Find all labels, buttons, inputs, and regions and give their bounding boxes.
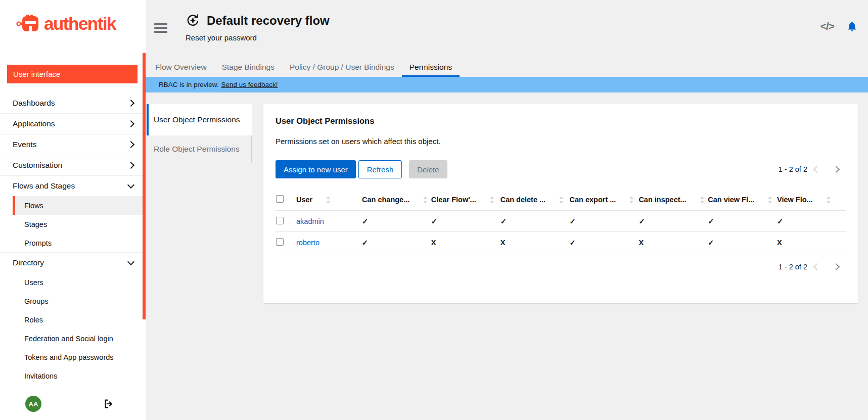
- permission-value: ✓: [777, 217, 783, 225]
- main-area: Default recovery flow Reset your passwor…: [146, 0, 868, 420]
- permission-value: X: [777, 239, 782, 247]
- sort-icon[interactable]: [476, 196, 494, 204]
- permission-cell: ✓: [361, 232, 431, 253]
- column-header-can-export[interactable]: Can export ...: [569, 189, 638, 211]
- authentik-logo-icon: [16, 13, 39, 34]
- menu-toggle-icon[interactable]: [154, 23, 167, 57]
- sidebar-item-prompts[interactable]: Prompts: [13, 234, 146, 252]
- select-all-checkbox[interactable]: [276, 195, 284, 203]
- header-icons: </>: [820, 20, 858, 32]
- sort-icon[interactable]: [616, 196, 633, 204]
- sidebar-scrollbar[interactable]: [143, 53, 146, 319]
- avatar[interactable]: AA: [25, 396, 41, 412]
- vertical-tabs: User Object PermissionsRole Object Permi…: [147, 104, 252, 163]
- table-header-row: UserCan change...Clear Flow'...Can delet…: [276, 189, 846, 211]
- sidebar-nav: DashboardsApplicationsEventsCustomisatio…: [0, 93, 146, 385]
- sidebar-item-directory[interactable]: Directory: [0, 253, 146, 273]
- card-description: Permissions set on users which affect th…: [276, 137, 846, 146]
- user-link[interactable]: akadmin: [296, 217, 324, 225]
- sidebar-item-flows-and-stages[interactable]: Flows and Stages: [0, 176, 146, 196]
- column-header-can-delete[interactable]: Can delete ...: [500, 189, 569, 211]
- column-label: Clear Flow'...: [431, 196, 476, 204]
- delete-button[interactable]: Delete: [409, 160, 447, 178]
- permission-cell: ✓: [361, 211, 431, 232]
- prev-page-icon[interactable]: [807, 162, 827, 176]
- sidebar-item-roles[interactable]: Roles: [13, 310, 146, 329]
- sort-icon[interactable]: [687, 196, 704, 204]
- refresh-button[interactable]: Refresh: [358, 160, 402, 178]
- sidebar-item-dashboards[interactable]: Dashboards: [0, 93, 146, 113]
- tab-stage-bindings[interactable]: Stage Bindings: [214, 57, 282, 77]
- page-title: Default recovery flow: [207, 14, 330, 28]
- sort-icon[interactable]: [545, 196, 563, 204]
- next-page-icon[interactable]: [827, 260, 846, 274]
- logout-icon[interactable]: [103, 398, 114, 409]
- sidebar-item-stages[interactable]: Stages: [13, 215, 146, 234]
- tab-permissions[interactable]: Permissions: [402, 57, 460, 77]
- sidebar-item-invitations[interactable]: Invitations: [13, 366, 146, 385]
- column-header-can-change[interactable]: Can change...: [361, 189, 431, 211]
- chevron-right-icon: [127, 141, 134, 148]
- tab-bar: Flow OverviewStage BindingsPolicy / Grou…: [146, 57, 868, 77]
- tab-policy-group-user-bindings[interactable]: Policy / Group / User Bindings: [282, 57, 402, 77]
- sidebar-item-federation-and-social-login[interactable]: Federation and Social login: [13, 329, 146, 348]
- permission-cell: ✓: [707, 232, 776, 253]
- side-tab-role-object-permissions[interactable]: Role Object Permissions: [147, 135, 252, 163]
- column-header-clear-flow[interactable]: Clear Flow'...: [431, 189, 500, 211]
- sort-icon[interactable]: [813, 196, 831, 204]
- permission-value: ✓: [708, 217, 714, 225]
- user-cell: akadmin: [296, 211, 361, 232]
- permission-cell: ✓: [707, 211, 776, 232]
- sidebar-item-flows[interactable]: Flows: [13, 196, 146, 215]
- api-code-icon[interactable]: </>: [820, 20, 834, 32]
- preview-banner: RBAC is in preview. Send us feedback!: [146, 77, 868, 92]
- tab-flow-overview[interactable]: Flow Overview: [148, 57, 214, 77]
- user-cell: roberto: [296, 232, 361, 253]
- sidebar-item-applications[interactable]: Applications: [0, 114, 146, 134]
- row-checkbox[interactable]: [276, 238, 284, 246]
- column-header-view-flo[interactable]: View Flo...: [776, 189, 846, 211]
- page-header: Default recovery flow Reset your passwor…: [146, 0, 868, 57]
- sidebar-item-events[interactable]: Events: [0, 134, 146, 155]
- permission-cell: X: [638, 232, 707, 253]
- permission-value: ✓: [570, 239, 576, 247]
- assign-to-new-user-button[interactable]: Assign to new user: [276, 160, 356, 178]
- sort-icon[interactable]: [409, 196, 427, 204]
- column-label: Can inspect...: [638, 196, 686, 204]
- sidebar-item-customisation[interactable]: Customisation: [0, 155, 146, 175]
- column-header-can-view-fl[interactable]: Can view Fl...: [707, 189, 776, 211]
- user-link[interactable]: roberto: [296, 239, 319, 247]
- row-checkbox[interactable]: [276, 217, 284, 224]
- sidebar-item-label: Applications: [13, 119, 55, 128]
- pagination-top: 1 - 2 of 2: [779, 162, 846, 176]
- sidebar-item-tokens-and-app-passwords[interactable]: Tokens and App passwords: [13, 348, 146, 366]
- next-page-icon[interactable]: [827, 162, 846, 176]
- sidebar-item-label: Events: [13, 140, 36, 149]
- column-header-user[interactable]: User: [296, 189, 361, 211]
- sidebar-item-users[interactable]: Users: [13, 273, 146, 292]
- side-tab-user-object-permissions[interactable]: User Object Permissions: [147, 104, 252, 135]
- pagination-label: 1 - 2 of 2: [779, 263, 807, 271]
- sidebar-item-user-interface[interactable]: User interface: [7, 65, 138, 83]
- permission-value: X: [638, 239, 644, 247]
- sidebar: authentik User interface DashboardsAppli…: [0, 0, 146, 420]
- card-title: User Object Permissions: [276, 116, 846, 126]
- brand-logo: authentik: [0, 0, 146, 34]
- row-checkbox-cell: [276, 211, 296, 232]
- sort-icon[interactable]: [754, 196, 772, 204]
- pagination-bottom: 1 - 2 of 2: [276, 260, 846, 274]
- chevron-down-icon: [127, 181, 134, 189]
- sidebar-item-label: Directory: [13, 258, 44, 267]
- sidebar-section: Flows and StagesFlowsStagesPrompts: [0, 175, 146, 252]
- toolbar: Assign to new user Refresh Delete 1 - 2 …: [276, 160, 846, 178]
- chevron-right-icon: [127, 120, 134, 127]
- sidebar-footer: AA: [0, 396, 143, 412]
- column-header-can-inspect[interactable]: Can inspect...: [638, 189, 707, 211]
- prev-page-icon[interactable]: [807, 260, 827, 274]
- permissions-card: User Object Permissions Permissions set …: [263, 104, 858, 303]
- notifications-bell-icon[interactable]: [846, 21, 858, 32]
- sort-icon[interactable]: [312, 196, 330, 204]
- sidebar-item-groups[interactable]: Groups: [13, 292, 146, 310]
- feedback-link[interactable]: Send us feedback!: [221, 81, 278, 88]
- header-checkbox-cell: [276, 189, 296, 211]
